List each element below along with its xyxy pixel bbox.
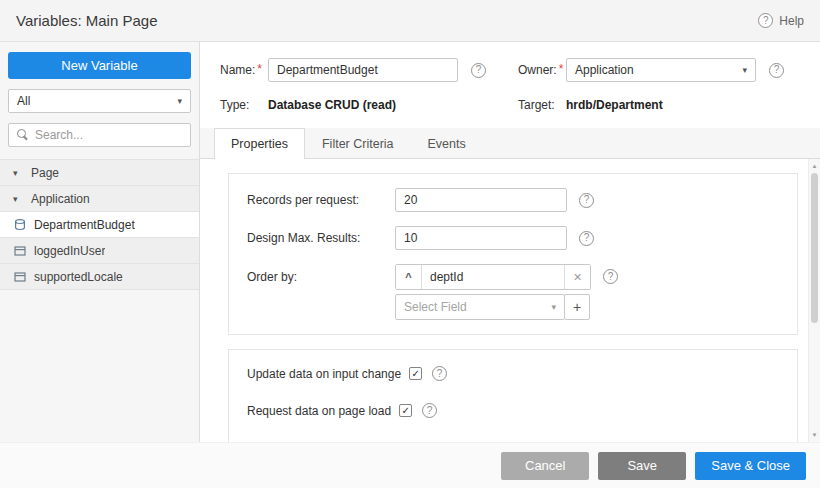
help-icon[interactable]: ? xyxy=(579,193,594,208)
records-per-request-row: Records per request: ? xyxy=(247,188,779,212)
tree-item-loggedinuser[interactable]: loggedInUser xyxy=(0,238,199,264)
design-max-results-row: Design Max. Results: ? xyxy=(247,226,779,250)
tree-item-label: DepartmentBudget xyxy=(34,218,135,232)
chevron-down-icon: ▾ xyxy=(551,303,556,312)
name-input[interactable] xyxy=(268,58,458,82)
variable-icon xyxy=(13,244,26,257)
records-per-request-label: Records per request: xyxy=(247,193,395,207)
save-close-button[interactable]: Save & Close xyxy=(695,452,806,480)
filter-selected-value: All xyxy=(17,94,30,108)
help-icon[interactable]: ? xyxy=(769,63,784,78)
order-by-field-row: ^ × xyxy=(395,264,591,290)
tab-events[interactable]: Events xyxy=(411,128,483,158)
behavior-panel: Update data on input change ✓ ? Request … xyxy=(228,349,798,442)
new-variable-button[interactable]: New Variable xyxy=(8,52,191,79)
name-field-group: Name:* ? xyxy=(220,58,518,82)
type-value: Database CRUD (read) xyxy=(268,98,396,112)
owner-label-text: Owner: xyxy=(518,63,557,77)
request-on-page-load-checkbox[interactable]: ✓ xyxy=(399,404,412,417)
help-icon[interactable]: ? xyxy=(422,403,437,418)
remove-field-button[interactable]: × xyxy=(564,265,590,289)
order-by-field-input[interactable] xyxy=(422,265,564,289)
tab-filter-criteria[interactable]: Filter Criteria xyxy=(305,128,411,158)
request-on-page-load-label: Request data on page load xyxy=(247,404,391,418)
check-icon: ✓ xyxy=(401,406,409,416)
target-value: hrdb/Department xyxy=(566,98,663,112)
records-per-request-input[interactable] xyxy=(395,188,567,212)
add-field-button[interactable]: + xyxy=(564,294,590,320)
update-on-input-change-checkbox[interactable]: ✓ xyxy=(409,367,422,380)
check-icon: ✓ xyxy=(411,369,419,379)
target-field-group: Target: hrdb/Department xyxy=(518,98,663,112)
sidebar: New Variable All ▾ ▾ Page ▾ Application xyxy=(0,42,200,442)
owner-field-group: Owner:* Application ▾ ? xyxy=(518,58,784,82)
sort-direction-button[interactable]: ^ xyxy=(396,265,422,289)
tree-group-label: Application xyxy=(31,192,90,206)
tree-item-label: loggedInUser xyxy=(34,244,105,258)
name-label-text: Name: xyxy=(220,63,255,77)
type-field-group: Type: Database CRUD (read) xyxy=(220,98,518,112)
chevron-down-icon: ▾ xyxy=(177,97,182,106)
add-field-row: Select Field ▾ + xyxy=(395,294,591,320)
vertical-scrollbar[interactable]: ▲ ▼ xyxy=(808,159,820,442)
owner-selected-value: Application xyxy=(575,63,634,77)
request-on-page-load-row: Request data on page load ✓ ? xyxy=(247,403,779,418)
owner-select[interactable]: Application ▾ xyxy=(566,58,756,82)
caret-down-icon: ▾ xyxy=(13,194,23,204)
order-by-label: Order by: xyxy=(247,264,395,284)
search-input[interactable] xyxy=(35,128,182,142)
tree-group-page[interactable]: ▾ Page xyxy=(0,160,199,186)
caret-down-icon: ▾ xyxy=(13,168,23,178)
design-max-results-input[interactable] xyxy=(395,226,567,250)
tab-bar: Properties Filter Criteria Events xyxy=(200,128,820,159)
main-area: Name:* ? Owner:* Application ▾ ? xyxy=(200,42,820,442)
required-marker: * xyxy=(257,62,262,76)
help-icon[interactable]: ? xyxy=(471,63,486,78)
search-icon xyxy=(17,129,29,141)
variable-filter-select[interactable]: All ▾ xyxy=(8,89,191,113)
select-field-dropdown[interactable]: Select Field ▾ xyxy=(395,294,565,320)
variable-tree: ▾ Page ▾ Application DepartmentBudget xyxy=(0,159,199,290)
help-icon[interactable]: ? xyxy=(432,366,447,381)
update-on-input-change-row: Update data on input change ✓ ? xyxy=(247,366,779,381)
order-by-row: Order by: ^ × Select Field ▾ xyxy=(247,264,779,320)
design-max-results-label: Design Max. Results: xyxy=(247,231,395,245)
search-box xyxy=(8,123,191,147)
sidebar-controls: New Variable All ▾ xyxy=(0,42,199,159)
type-label: Type: xyxy=(220,98,268,112)
dialog-body: New Variable All ▾ ▾ Page ▾ Application xyxy=(0,42,820,442)
tree-item-supportedlocale[interactable]: supportedLocale xyxy=(0,264,199,290)
scrollbar-track[interactable] xyxy=(809,323,820,428)
tree-group-application[interactable]: ▾ Application xyxy=(0,186,199,212)
scroll-up-arrow[interactable]: ▲ xyxy=(809,159,820,173)
name-owner-row: Name:* ? Owner:* Application ▾ ? xyxy=(220,58,804,82)
type-target-row: Type: Database CRUD (read) Target: hrdb/… xyxy=(220,98,804,112)
required-marker: * xyxy=(559,62,564,76)
update-on-input-change-label: Update data on input change xyxy=(247,367,401,381)
variables-dialog: Variables: Main Page ? Help New Variable… xyxy=(0,0,820,488)
select-field-placeholder: Select Field xyxy=(404,300,467,314)
save-button[interactable]: Save xyxy=(598,452,686,480)
tree-item-departmentbudget[interactable]: DepartmentBudget xyxy=(0,212,199,238)
help-link[interactable]: ? Help xyxy=(758,13,804,28)
tab-properties[interactable]: Properties xyxy=(214,128,305,158)
owner-label: Owner:* xyxy=(518,63,566,77)
database-variable-icon xyxy=(13,218,26,231)
dialog-footer: Cancel Save Save & Close xyxy=(0,442,820,488)
variable-summary-form: Name:* ? Owner:* Application ▾ ? xyxy=(200,42,820,128)
help-icon[interactable]: ? xyxy=(603,269,618,284)
help-label: Help xyxy=(779,14,804,28)
properties-tab-panel: Records per request: ? Design Max. Resul… xyxy=(200,159,820,442)
tree-item-label: supportedLocale xyxy=(34,270,123,284)
dialog-header: Variables: Main Page ? Help xyxy=(0,0,820,42)
help-icon[interactable]: ? xyxy=(579,231,594,246)
scrollbar-thumb[interactable] xyxy=(811,173,818,323)
page-title: Variables: Main Page xyxy=(16,12,157,29)
target-label: Target: xyxy=(518,98,566,112)
cancel-button[interactable]: Cancel xyxy=(501,452,589,480)
chevron-down-icon: ▾ xyxy=(742,66,747,75)
scroll-down-arrow[interactable]: ▼ xyxy=(809,428,820,442)
tree-group-label: Page xyxy=(31,166,59,180)
data-settings-panel: Records per request: ? Design Max. Resul… xyxy=(228,173,798,335)
variable-icon xyxy=(13,270,26,283)
